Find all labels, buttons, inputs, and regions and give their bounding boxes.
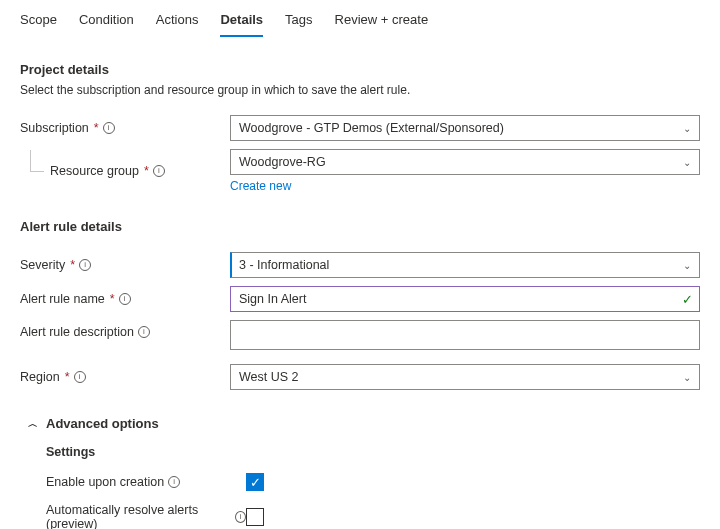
advanced-options-section: ︿ Advanced options Settings Enable upon … [20,416,700,529]
project-details-section: Project details Select the subscription … [20,62,700,193]
alert-desc-label: Alert rule description [20,325,134,339]
chevron-down-icon: ⌄ [683,157,691,168]
subscription-row: Subscription * i Woodgrove - GTP Demos (… [20,115,700,141]
chevron-down-icon: ⌄ [683,372,691,383]
chevron-down-icon: ⌄ [683,123,691,134]
region-label: Region [20,370,60,384]
tab-tags[interactable]: Tags [285,6,312,37]
severity-row: Severity * i 3 - Informational ⌄ [20,252,700,278]
alert-desc-input[interactable] [230,320,700,350]
tree-line [30,150,44,172]
subscription-value: Woodgrove - GTP Demos (External/Sponsore… [239,121,504,135]
enable-checkbox[interactable]: ✓ [246,473,264,491]
tab-scope[interactable]: Scope [20,6,57,37]
project-details-desc: Select the subscription and resource gro… [20,83,700,97]
info-icon[interactable]: i [74,371,86,383]
enable-row: Enable upon creation i ✓ [46,473,700,491]
advanced-options-toggle[interactable]: ︿ Advanced options [28,416,700,431]
severity-value: 3 - Informational [239,258,329,272]
tab-actions[interactable]: Actions [156,6,199,37]
chevron-down-icon: ⌄ [683,260,691,271]
region-select[interactable]: West US 2 ⌄ [230,364,700,390]
info-icon[interactable]: i [153,165,165,177]
info-icon[interactable]: i [138,326,150,338]
alert-rule-details-section: Alert rule details Severity * i 3 - Info… [20,219,700,390]
enable-label: Enable upon creation [46,475,164,489]
alert-name-label: Alert rule name [20,292,105,306]
project-details-title: Project details [20,62,700,77]
alert-name-input[interactable] [230,286,700,312]
wizard-tabs: Scope Condition Actions Details Tags Rev… [20,6,700,38]
resource-group-select[interactable]: Woodgrove-RG ⌄ [230,149,700,175]
alert-rule-title: Alert rule details [20,219,700,234]
required-icon: * [110,292,115,306]
chevron-up-icon: ︿ [28,417,38,431]
severity-select[interactable]: 3 - Informational ⌄ [230,252,700,278]
subscription-label: Subscription [20,121,89,135]
info-icon[interactable]: i [103,122,115,134]
alert-desc-row: Alert rule description i [20,320,700,350]
settings-title: Settings [46,445,700,459]
info-icon[interactable]: i [235,511,246,523]
severity-label: Severity [20,258,65,272]
auto-resolve-checkbox[interactable] [246,508,264,526]
required-icon: * [70,258,75,272]
tab-condition[interactable]: Condition [79,6,134,37]
resource-group-value: Woodgrove-RG [239,155,326,169]
auto-resolve-label: Automatically resolve alerts (preview) [46,503,231,529]
alert-name-row: Alert rule name * i ✓ [20,286,700,312]
region-value: West US 2 [239,370,299,384]
required-icon: * [94,121,99,135]
info-icon[interactable]: i [79,259,91,271]
subscription-select[interactable]: Woodgrove - GTP Demos (External/Sponsore… [230,115,700,141]
required-icon: * [65,370,70,384]
create-new-link[interactable]: Create new [230,179,291,193]
required-icon: * [144,164,149,178]
resource-group-label: Resource group [50,164,139,178]
resource-group-row: Resource group * i Woodgrove-RG ⌄ Create… [20,149,700,193]
tab-details[interactable]: Details [220,6,263,37]
info-icon[interactable]: i [168,476,180,488]
advanced-options-label: Advanced options [46,416,159,431]
region-row: Region * i West US 2 ⌄ [20,364,700,390]
auto-resolve-row: Automatically resolve alerts (preview) i [46,503,700,529]
tab-review[interactable]: Review + create [335,6,429,37]
info-icon[interactable]: i [119,293,131,305]
